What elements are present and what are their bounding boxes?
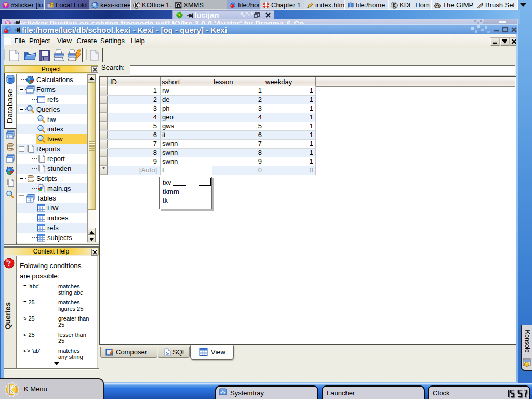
svg-text:?: ? [7,259,11,268]
